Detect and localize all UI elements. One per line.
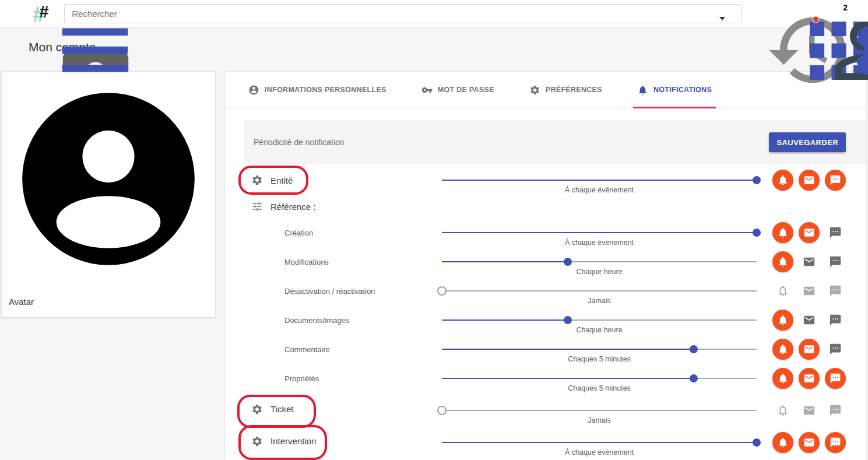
slider-track[interactable] (442, 229, 757, 237)
mail-channel-button[interactable] (799, 339, 820, 360)
slider-track[interactable] (442, 287, 757, 295)
mail-channel-button[interactable] (799, 400, 820, 421)
notification-row-creation: Création À chaque événement (225, 218, 866, 247)
bell-outline-icon (776, 285, 789, 297)
slider-handle[interactable] (690, 374, 698, 382)
notification-row-intervention: Intervention À chaque événement (225, 425, 866, 457)
bell-icon (777, 314, 789, 326)
tab-mot-de-passe[interactable]: MOT DE PASSE (417, 72, 498, 108)
row-label-text: Ticket (270, 404, 293, 414)
bell-channel-button[interactable] (772, 310, 793, 331)
chat-channel-button[interactable] (825, 170, 846, 191)
periodicity-slider[interactable]: À chaque événement (442, 438, 757, 457)
mail-channel-button[interactable] (799, 310, 820, 331)
tab-informations-personnelles[interactable]: INFORMATIONS PERSONNELLES (244, 72, 391, 108)
chat-icon (829, 343, 842, 356)
slider-track[interactable] (442, 176, 757, 184)
bell-channel-button[interactable] (772, 170, 793, 191)
periodicity-slider[interactable]: Chaques 5 minutes (442, 345, 757, 363)
chat-channel-button[interactable] (825, 339, 846, 360)
search-input[interactable] (65, 9, 722, 19)
slider-handle[interactable] (437, 406, 447, 415)
slider-handle[interactable] (564, 316, 572, 324)
account-circle-icon (248, 85, 259, 96)
slider-track[interactable] (442, 438, 757, 447)
bell-channel-button[interactable] (772, 280, 793, 301)
slider-track[interactable] (442, 374, 757, 382)
chat-channel-button[interactable] (825, 222, 846, 243)
bell-icon (777, 256, 789, 268)
row-label: Propriétés (225, 364, 441, 393)
chat-icon (829, 226, 842, 239)
channel-buttons (772, 339, 846, 360)
slider-handle[interactable] (564, 258, 572, 266)
slider-track[interactable] (442, 406, 757, 415)
channel-buttons (772, 170, 846, 191)
tab-notifications[interactable]: NOTIFICATIONS (633, 72, 716, 108)
hamburger-menu-icon[interactable] (8, 6, 23, 22)
notification-row-entite: Entité À chaque événement (225, 166, 866, 195)
mail-channel-button[interactable] (799, 280, 820, 301)
bell-channel-button[interactable] (772, 368, 793, 389)
periodicity-slider[interactable]: Chaque heure (442, 258, 757, 276)
slider-handle[interactable] (690, 345, 698, 353)
upload-icon[interactable] (188, 294, 202, 308)
slider-track[interactable] (442, 258, 757, 266)
row-label-text: Modifications (284, 258, 329, 266)
periodicity-slider[interactable]: Jamais (442, 406, 757, 424)
periodicity-slider[interactable]: Chaque heure (442, 316, 757, 334)
notification-rows: Entité À chaque événement Référence : Cr… (225, 166, 866, 457)
bell-icon (777, 373, 789, 384)
notifications-bell-icon[interactable]: 2 (828, 7, 842, 21)
app-logo[interactable]: # # (31, 3, 57, 25)
chat-channel-button[interactable] (825, 368, 846, 389)
tune-icon (251, 201, 263, 212)
mail-icon (803, 404, 816, 417)
tab-label: MOT DE PASSE (438, 86, 494, 94)
channel-buttons (772, 432, 846, 453)
help-icon[interactable] (854, 7, 868, 21)
slider-value-label: Jamais (442, 297, 757, 305)
bell-channel-button[interactable] (772, 400, 793, 421)
row-label-text: Entité (270, 175, 293, 185)
search-history-icon[interactable] (722, 6, 736, 21)
chat-channel-button[interactable] (825, 251, 846, 272)
bell-channel-button[interactable] (772, 251, 793, 272)
slider-handle[interactable] (753, 438, 761, 447)
chat-channel-button[interactable] (825, 310, 846, 331)
slider-value-label: Chaques 5 minutes (442, 355, 757, 363)
mail-channel-button[interactable] (799, 222, 820, 243)
slider-handle[interactable] (437, 286, 447, 296)
chat-channel-button[interactable] (825, 400, 846, 421)
mail-channel-button[interactable] (799, 170, 820, 191)
user-icon[interactable] (777, 7, 791, 21)
save-button[interactable]: SAUVEGARDER (769, 132, 846, 152)
periodicity-slider[interactable]: Jamais (442, 287, 757, 305)
bell-channel-button[interactable] (772, 432, 793, 453)
slider-value-label: Chaques 5 minutes (442, 384, 757, 392)
settings-gear-icon[interactable] (803, 7, 817, 21)
toolbar-title: Périodicité de notification (254, 138, 345, 147)
slider-handle[interactable] (753, 176, 761, 184)
mail-channel-button[interactable] (799, 432, 820, 453)
slider-track[interactable] (442, 345, 757, 353)
chat-channel-button[interactable] (825, 280, 846, 301)
mail-channel-button[interactable] (799, 251, 820, 272)
row-label: Commentaire (225, 335, 441, 364)
row-label: Intervention (225, 425, 441, 457)
periodicity-slider[interactable]: À chaque événement (442, 229, 757, 247)
slider-track[interactable] (442, 316, 757, 324)
chat-channel-button[interactable] (825, 432, 846, 453)
avatar-footer: Avatar (2, 286, 215, 317)
slider-value-label: Jamais (442, 416, 757, 424)
tab-preferences[interactable]: PRÉFÉRENCES (525, 72, 606, 108)
slider-handle[interactable] (753, 229, 761, 237)
apps-grid-icon[interactable] (751, 7, 765, 21)
bell-channel-button[interactable] (772, 222, 793, 243)
gear-icon (529, 85, 540, 96)
mail-channel-button[interactable] (799, 368, 820, 389)
periodicity-slider[interactable]: Chaques 5 minutes (442, 374, 757, 392)
periodicity-slider[interactable]: À chaque événement (442, 176, 757, 194)
bell-channel-button[interactable] (772, 339, 793, 360)
chat-icon (829, 285, 842, 297)
